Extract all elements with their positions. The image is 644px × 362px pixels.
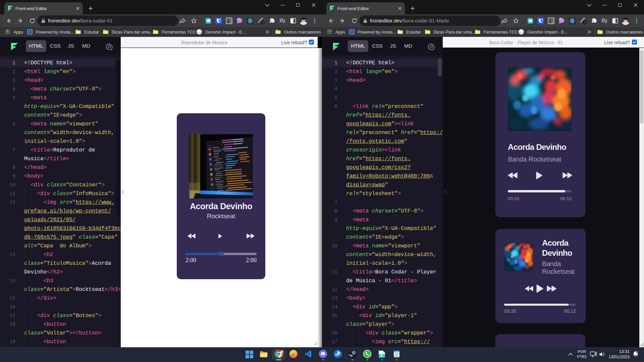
svg-text:z: z <box>637 351 638 353</box>
